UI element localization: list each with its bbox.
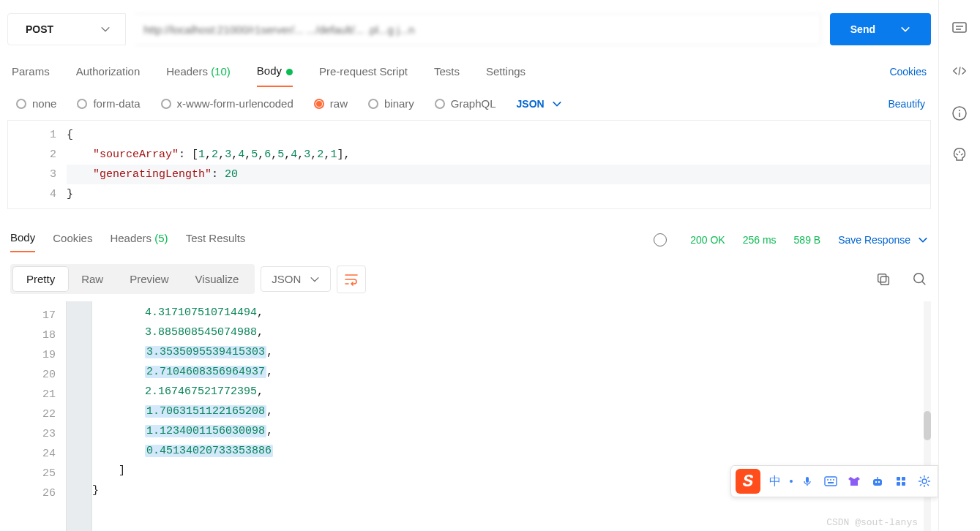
- body-active-dot-icon: [286, 69, 293, 75]
- chevron-down-icon: [900, 24, 910, 34]
- response-size: 589 B: [794, 234, 821, 246]
- tab-params[interactable]: Params: [12, 58, 50, 86]
- radio-icon: [16, 99, 26, 109]
- shirt-icon[interactable]: [845, 472, 863, 490]
- tab-tests[interactable]: Tests: [434, 58, 460, 86]
- resp-tab-headers[interactable]: Headers (5): [110, 227, 168, 252]
- response-format-dropdown[interactable]: JSON: [261, 266, 331, 292]
- view-raw[interactable]: Raw: [68, 267, 116, 291]
- resp-tab-test-results[interactable]: Test Results: [186, 227, 246, 252]
- ime-toolbar[interactable]: S 中: [730, 465, 938, 497]
- beautify-link[interactable]: Beautify: [888, 98, 925, 110]
- tab-headers[interactable]: Headers (10): [166, 58, 231, 86]
- keyboard-icon[interactable]: [822, 472, 839, 490]
- radio-xwww[interactable]: x-www-form-urlencoded: [161, 97, 293, 110]
- robot-icon[interactable]: [869, 472, 886, 490]
- svg-point-6: [830, 479, 831, 481]
- search-icon[interactable]: [912, 271, 928, 287]
- svg-rect-15: [902, 482, 905, 486]
- svg-rect-4: [825, 477, 837, 486]
- view-preview[interactable]: Preview: [116, 267, 182, 291]
- method-label: POST: [26, 23, 53, 35]
- svg-rect-12: [897, 477, 900, 481]
- copy-icon[interactable]: [875, 271, 891, 287]
- svg-point-16: [922, 479, 927, 483]
- svg-rect-14: [897, 482, 900, 486]
- url-input[interactable]: http://localhost:21000/r1server/... .../…: [135, 13, 821, 45]
- svg-point-2: [914, 273, 924, 282]
- wrap-icon: [344, 273, 359, 286]
- code-icon[interactable]: [951, 63, 968, 79]
- view-mode-segment: Pretty Raw Preview Visualize: [10, 264, 255, 294]
- radio-none[interactable]: none: [16, 97, 56, 110]
- send-button[interactable]: Send: [830, 13, 931, 45]
- radio-raw[interactable]: raw: [314, 97, 348, 110]
- tab-settings[interactable]: Settings: [486, 58, 525, 86]
- tab-prerequest[interactable]: Pre-request Script: [319, 58, 408, 86]
- line-gutter: 1234: [8, 121, 67, 208]
- svg-rect-0: [880, 276, 889, 285]
- chevron-down-icon: [310, 274, 320, 285]
- globe-icon[interactable]: [654, 233, 667, 246]
- chevron-down-icon: [100, 24, 111, 34]
- request-body-editor[interactable]: 1234 { "sourceArray": [1,2,3,4,5,6,5,4,3…: [7, 120, 931, 209]
- gear-icon[interactable]: [916, 472, 933, 490]
- save-response-dropdown[interactable]: Save Response: [838, 234, 928, 246]
- radio-binary[interactable]: binary: [368, 97, 414, 110]
- body-format-dropdown[interactable]: JSON: [517, 98, 562, 110]
- wrap-lines-button[interactable]: [337, 266, 366, 293]
- svg-rect-8: [828, 482, 834, 483]
- fold-gutter[interactable]: [66, 301, 92, 531]
- radio-icon: [161, 99, 171, 109]
- info-icon[interactable]: [951, 105, 968, 121]
- svg-rect-1: [878, 274, 886, 282]
- radio-form-data[interactable]: form-data: [77, 97, 140, 110]
- mic-icon[interactable]: [798, 472, 816, 490]
- resp-tab-body[interactable]: Body: [10, 227, 35, 252]
- status-code: 200 OK: [690, 234, 725, 246]
- radio-graphql[interactable]: GraphQL: [435, 97, 496, 110]
- apps-icon[interactable]: [892, 472, 910, 490]
- sogou-logo-icon[interactable]: S: [736, 469, 760, 494]
- tab-authorization[interactable]: Authorization: [76, 58, 141, 86]
- tab-body[interactable]: Body: [257, 57, 293, 87]
- svg-rect-9: [873, 479, 882, 486]
- lightbulb-icon[interactable]: [951, 148, 968, 164]
- radio-icon: [77, 99, 87, 109]
- svg-point-19: [959, 110, 960, 111]
- comments-icon[interactable]: [951, 20, 968, 37]
- view-visualize[interactable]: Visualize: [182, 267, 253, 291]
- cookies-link[interactable]: Cookies: [889, 66, 927, 78]
- http-method-select[interactable]: POST: [7, 13, 126, 45]
- chevron-down-icon: [918, 235, 928, 245]
- svg-rect-17: [953, 23, 966, 32]
- svg-rect-13: [902, 477, 905, 481]
- chevron-down-icon: [552, 99, 562, 109]
- svg-point-11: [878, 481, 880, 483]
- svg-point-7: [833, 479, 834, 481]
- radio-icon: [314, 99, 324, 109]
- view-pretty[interactable]: Pretty: [13, 267, 68, 291]
- svg-rect-3: [806, 477, 809, 483]
- svg-point-10: [875, 481, 877, 483]
- radio-icon: [368, 99, 378, 109]
- ime-mode[interactable]: 中: [766, 472, 784, 490]
- response-body-editor[interactable]: 17181920212223242526 4.317107510714494, …: [0, 301, 938, 531]
- resp-tab-cookies[interactable]: Cookies: [53, 227, 92, 252]
- resp-gutter: 17181920212223242526: [0, 301, 66, 531]
- radio-icon: [435, 99, 445, 109]
- response-time: 256 ms: [743, 234, 777, 246]
- svg-point-5: [827, 479, 828, 481]
